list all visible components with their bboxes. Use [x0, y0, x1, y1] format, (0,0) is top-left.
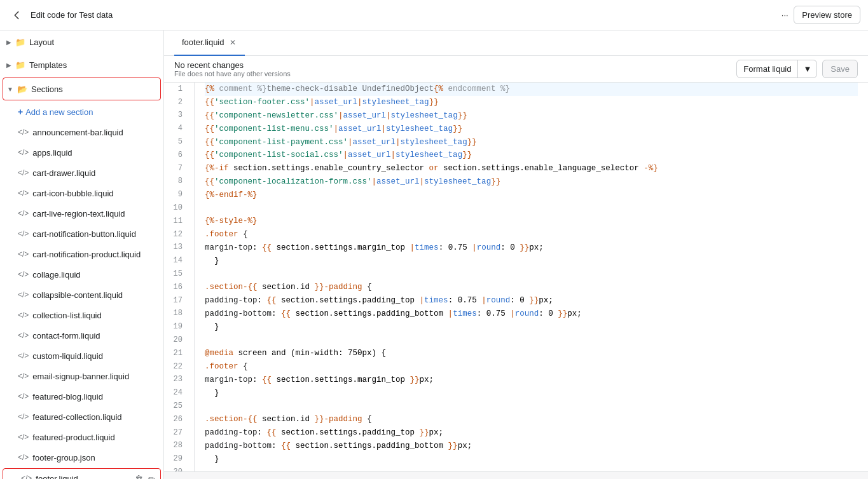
file-code-icon: </> — [18, 270, 29, 279]
code-line: } — [205, 254, 858, 267]
file-label: announcement-bar.liquid — [32, 128, 156, 137]
line-number: 30 — [164, 466, 188, 471]
file-label: cart-notification-product.liquid — [32, 250, 156, 259]
sidebar-file-item[interactable]: </> custom-liquid.liquid — [0, 346, 163, 366]
line-number: 21 — [164, 347, 188, 360]
tab-footer-liquid[interactable]: footer.liquid ✕ — [174, 30, 245, 56]
line-number: 11 — [164, 215, 188, 228]
sidebar-file-item[interactable]: </> featured-blog.liquid — [0, 386, 163, 407]
sidebar-file-item[interactable]: </> collection-list.liquid — [0, 305, 163, 325]
line-number: 16 — [164, 281, 188, 294]
folder-icon: 📁 — [15, 37, 25, 47]
rename-file-button[interactable]: ✏ — [147, 473, 156, 480]
file-code-icon: </> — [18, 453, 29, 462]
file-code-icon: </> — [18, 433, 29, 442]
file-code-icon: </> — [18, 392, 29, 401]
code-line: @media screen and (min-width: 750px) { — [205, 347, 858, 360]
sidebar-file-item[interactable]: </> cart-drawer.liquid — [0, 163, 163, 183]
sidebar-item-sections[interactable]: ▼ 📂 Sections — [3, 78, 161, 100]
line-number: 7 — [164, 162, 188, 175]
file-label: cart-notification-button.liquid — [32, 229, 156, 239]
file-code-icon: </> — [21, 474, 32, 479]
main-layout: ▶ 📁 Layout ▶ 📁 Templates ▼ 📂 Sections + … — [0, 30, 868, 479]
layout-label: Layout — [29, 37, 54, 47]
file-code-icon: </> — [18, 128, 29, 137]
code-line: .section-{{ section.id }}-padding { — [205, 281, 858, 294]
line-number: 14 — [164, 254, 188, 267]
sidebar-file-item[interactable]: </> footer.liquid🗑✏ — [3, 468, 161, 479]
status-subtitle: File does not have any other versions — [174, 70, 291, 78]
file-list: </> announcement-bar.liquid</> apps.liqu… — [0, 122, 163, 479]
file-label: featured-collection.liquid — [32, 412, 156, 422]
status-right: Format liquid ▼ Save — [736, 60, 858, 78]
add-section-button[interactable]: + Add a new section — [0, 102, 163, 122]
status-left: No recent changes File does not have any… — [174, 60, 291, 78]
chevron-right-icon: ▶ — [6, 62, 11, 69]
sidebar-file-item[interactable]: </> cart-notification-button.liquid — [0, 224, 163, 244]
save-button[interactable]: Save — [822, 60, 858, 78]
file-label: cart-drawer.liquid — [32, 168, 156, 178]
code-lines[interactable]: {% comment %}theme-check-disable Undefin… — [195, 83, 868, 471]
code-container[interactable]: 1234567891011121314151617181920212223242… — [164, 83, 868, 471]
format-liquid-button[interactable]: Format liquid ▼ — [736, 60, 817, 78]
sidebar-item-layout[interactable]: ▶ 📁 Layout — [0, 30, 163, 53]
line-number: 28 — [164, 440, 188, 453]
folder-icon: 📁 — [15, 60, 25, 70]
more-icon[interactable]: ··· — [776, 6, 794, 24]
sidebar-file-item[interactable]: </> announcement-bar.liquid — [0, 122, 163, 142]
code-line: padding-bottom: {{ section.settings.padd… — [205, 307, 858, 321]
code-editor: 1234567891011121314151617181920212223242… — [164, 83, 868, 471]
file-code-icon: </> — [18, 168, 29, 177]
horizontal-scrollbar[interactable] — [164, 471, 868, 479]
code-line: padding-bottom: {{ section.settings.padd… — [205, 440, 858, 453]
sidebar-file-item[interactable]: </> email-signup-banner.liquid — [0, 366, 163, 386]
sidebar-file-item[interactable]: </> footer-group.json — [0, 447, 163, 468]
file-label: featured-product.liquid — [32, 433, 156, 442]
sidebar-file-item[interactable]: </> collapsible-content.liquid — [0, 285, 163, 305]
status-title: No recent changes — [174, 60, 291, 70]
code-line: {{ 'component-list-payment.css' | asset_… — [205, 135, 858, 149]
code-line: } — [205, 386, 858, 400]
line-number: 17 — [164, 294, 188, 307]
sidebar-file-item[interactable]: </> cart-icon-bubble.liquid — [0, 183, 163, 203]
file-label: collapsible-content.liquid — [32, 290, 156, 300]
line-number: 15 — [164, 267, 188, 281]
tab-close-icon[interactable]: ✕ — [228, 37, 237, 48]
sidebar-file-item[interactable]: </> cart-live-region-text.liquid — [0, 203, 163, 224]
tab-bar: footer.liquid ✕ — [164, 30, 868, 56]
file-code-icon: </> — [18, 311, 29, 320]
sidebar-file-item[interactable]: </> collage.liquid — [0, 264, 163, 285]
format-liquid-label: Format liquid — [737, 60, 797, 78]
code-line: .section-{{ section.id }}-padding { — [205, 413, 858, 426]
sidebar-file-item[interactable]: </> cart-notification-product.liquid — [0, 244, 163, 264]
code-line: padding-top: {{ section.settings.padding… — [205, 426, 858, 440]
sidebar-file-item[interactable]: </> apps.liquid — [0, 142, 163, 163]
back-icon[interactable] — [8, 6, 25, 24]
line-number: 13 — [164, 241, 188, 255]
code-line: {{ 'section-footer.css' | asset_url | st… — [205, 96, 858, 109]
line-number: 23 — [164, 374, 188, 387]
line-number: 8 — [164, 175, 188, 189]
line-number: 5 — [164, 135, 188, 149]
file-label: cart-icon-bubble.liquid — [32, 189, 156, 198]
file-code-icon: </> — [18, 148, 29, 157]
code-line: {%- style -%} — [205, 215, 858, 228]
sections-label: Sections — [31, 84, 63, 94]
sidebar-file-item[interactable]: </> contact-form.liquid — [0, 325, 163, 346]
code-line: padding-top: {{ section.settings.padding… — [205, 294, 858, 307]
file-code-icon: </> — [18, 372, 29, 381]
sidebar-item-templates[interactable]: ▶ 📁 Templates — [0, 53, 163, 76]
topbar: Edit code for Test data ··· Preview stor… — [0, 0, 868, 30]
delete-file-button[interactable]: 🗑 — [134, 473, 144, 480]
file-label: collection-list.liquid — [32, 311, 156, 320]
sidebar-file-item[interactable]: </> featured-collection.liquid — [0, 407, 163, 427]
format-liquid-dropdown-icon[interactable]: ▼ — [797, 60, 816, 78]
code-line: {{ 'component-localization-form.css' | a… — [205, 175, 858, 189]
file-code-icon: </> — [18, 189, 29, 198]
sidebar-file-item[interactable]: </> featured-product.liquid — [0, 427, 163, 447]
line-number: 29 — [164, 452, 188, 466]
preview-store-button[interactable]: Preview store — [794, 6, 860, 24]
folder-open-icon: 📂 — [17, 84, 27, 94]
line-number: 1 — [164, 83, 188, 96]
chevron-down-icon: ▼ — [7, 86, 13, 93]
